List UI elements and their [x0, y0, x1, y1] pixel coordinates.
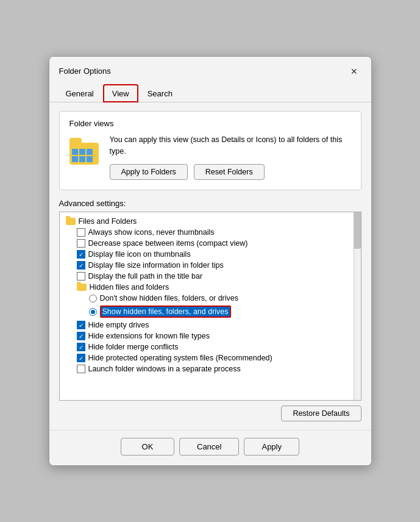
bottom-buttons: OK Cancel Apply	[49, 430, 371, 465]
apply-button[interactable]: Apply	[244, 438, 299, 456]
folder-views-buttons: Apply to Folders Reset Folders	[110, 164, 351, 180]
checkbox-4[interactable]	[77, 272, 85, 281]
folder-options-dialog: Folder Options ✕ General View Search Fol…	[49, 56, 372, 467]
checkbox-9[interactable]: ✓	[77, 332, 85, 340]
folder-icon	[69, 135, 101, 165]
tree-item-5-folder: Hidden files and folders	[65, 282, 356, 293]
tree-item-12[interactable]: Launch folder windows in a separate proc…	[65, 363, 356, 374]
tree-item-0[interactable]: Always show icons, never thumbnails	[65, 227, 356, 238]
tree-item-8[interactable]: ✓ Hide empty drives	[65, 320, 356, 331]
scrollbar[interactable]	[354, 212, 361, 400]
tree-item-1[interactable]: Decrease space between items (compact vi…	[65, 238, 356, 249]
advanced-tree-content: Files and Folders Always show icons, nev…	[60, 212, 361, 400]
tab-general[interactable]: General	[57, 84, 103, 102]
dialog-title: Folder Options	[59, 66, 111, 76]
restore-defaults-button[interactable]: Restore Defaults	[281, 406, 361, 421]
category-files-folders: Files and Folders	[65, 216, 356, 227]
tree-item-3[interactable]: ✓ Display file size information in folde…	[65, 260, 356, 271]
close-button[interactable]: ✕	[346, 63, 363, 80]
ok-button[interactable]: OK	[121, 438, 174, 456]
tab-search[interactable]: Search	[138, 84, 182, 102]
advanced-settings-label-row: Advanced settings:	[59, 199, 361, 208]
tab-content: Folder views	[49, 102, 371, 431]
title-bar: Folder Options ✕	[49, 57, 371, 84]
tree-item-10[interactable]: ✓ Hide folder merge conflicts	[65, 341, 356, 352]
tab-view[interactable]: View	[103, 84, 138, 102]
item-label-9: Hide extensions for known file types	[88, 332, 210, 340]
item-label-5: Hidden files and folders	[90, 283, 169, 291]
checkbox-11[interactable]: ✓	[77, 354, 85, 362]
checkbox-8[interactable]: ✓	[77, 321, 85, 329]
tree-item-9[interactable]: ✓ Hide extensions for known file types	[65, 331, 356, 341]
item-label-3: Display file size information in folder …	[88, 261, 224, 270]
advanced-label: Advanced settings:	[59, 199, 361, 208]
subfolder-icon	[77, 284, 87, 291]
folder-views-description: You can apply this view (such as Details…	[110, 134, 351, 157]
folder-views-title: Folder views	[69, 119, 351, 128]
item-label-0: Always show icons, never thumbnails	[88, 228, 215, 237]
item-label-12: Launch folder windows in a separate proc…	[88, 365, 241, 373]
checkbox-2[interactable]: ✓	[77, 250, 85, 259]
radio-6[interactable]	[89, 295, 97, 302]
item-label-8: Hide empty drives	[88, 321, 149, 329]
tree-item-4[interactable]: Display the full path in the title bar	[65, 271, 356, 282]
tabs-container: General View Search	[49, 84, 371, 102]
item-label-7: Show hidden files, folders, and drives	[100, 306, 231, 318]
checkbox-1[interactable]	[77, 239, 85, 248]
advanced-tree-box[interactable]: Files and Folders Always show icons, nev…	[59, 212, 361, 401]
item-label-4: Display the full path in the title bar	[88, 272, 203, 281]
category-label: Files and Folders	[79, 217, 137, 226]
checkbox-3[interactable]: ✓	[77, 261, 85, 270]
category-folder-icon	[66, 218, 76, 225]
tree-item-7[interactable]: Show hidden files, folders, and drives	[65, 304, 356, 320]
tree-item-11[interactable]: ✓ Hide protected operating system files …	[65, 352, 356, 363]
apply-to-folders-button[interactable]: Apply to Folders	[110, 164, 188, 180]
tree-item-2[interactable]: ✓ Display file icon on thumbnails	[65, 249, 356, 260]
reset-folders-button[interactable]: Reset Folders	[194, 164, 265, 180]
checkbox-12[interactable]	[77, 365, 85, 373]
restore-row: Restore Defaults	[59, 406, 361, 421]
scrollbar-thumb[interactable]	[354, 212, 361, 249]
checkbox-0[interactable]	[77, 228, 85, 237]
folder-views-section: Folder views	[59, 111, 361, 191]
cancel-button[interactable]: Cancel	[179, 438, 239, 456]
item-label-11: Hide protected operating system files (R…	[88, 354, 272, 362]
folder-views-right: You can apply this view (such as Details…	[110, 134, 351, 181]
item-label-1: Decrease space between items (compact vi…	[88, 239, 248, 248]
radio-7[interactable]	[89, 308, 97, 316]
checkbox-10[interactable]: ✓	[77, 343, 85, 351]
item-label-6: Don't show hidden files, folders, or dri…	[100, 294, 239, 302]
item-label-10: Hide folder merge conflicts	[88, 343, 179, 351]
folder-views-row: You can apply this view (such as Details…	[69, 134, 351, 181]
item-label-2: Display file icon on thumbnails	[88, 250, 191, 259]
tree-item-6[interactable]: Don't show hidden files, folders, or dri…	[65, 293, 356, 304]
